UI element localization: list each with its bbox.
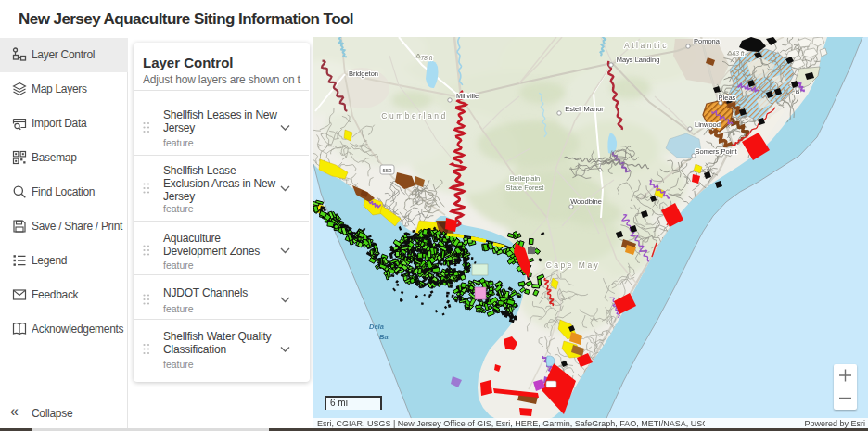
svg-text:Mays Landing: Mays Landing: [617, 56, 660, 64]
svg-text:Woodbine: Woodbine: [570, 197, 602, 206]
svg-text:Atlantic: Atlantic: [624, 41, 669, 50]
svg-text:Ba: Ba: [379, 333, 389, 341]
svg-text:553: 553: [382, 168, 392, 173]
svg-text:Cumberland: Cumberland: [381, 111, 447, 120]
svg-text:Belleplain: Belleplain: [510, 174, 541, 183]
svg-text:63 ft: 63 ft: [733, 50, 746, 57]
svg-text:Cape May: Cape May: [546, 260, 601, 270]
svg-text:78 ft: 78 ft: [421, 55, 434, 61]
svg-text:Bridgeton: Bridgeton: [349, 70, 378, 78]
svg-text:Estell Manor: Estell Manor: [565, 105, 604, 113]
svg-text:Linwood: Linwood: [695, 120, 721, 129]
svg-text:Millville: Millville: [456, 92, 479, 100]
svg-text:Somers Point: Somers Point: [695, 147, 737, 156]
svg-text:State Forest: State Forest: [506, 184, 545, 192]
svg-text:Dela: Dela: [369, 323, 384, 331]
svg-text:Pomona: Pomona: [694, 37, 721, 45]
